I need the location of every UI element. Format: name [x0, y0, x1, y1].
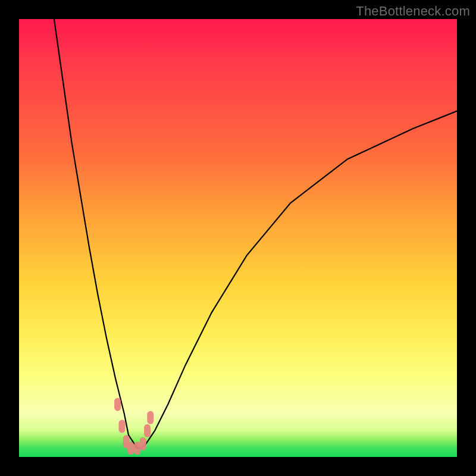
- curve-svg: [19, 19, 457, 457]
- curve-marker: [140, 437, 146, 450]
- plot-area: [19, 19, 457, 457]
- watermark-text: TheBottleneck.com: [356, 4, 470, 19]
- curve-marker: [134, 441, 140, 455]
- curve-marker: [147, 411, 154, 424]
- curve-marker: [119, 420, 126, 433]
- curve-markers: [114, 398, 154, 455]
- curve-marker: [114, 398, 121, 411]
- curve-marker: [144, 424, 151, 437]
- bottleneck-curve: [54, 19, 457, 448]
- chart-container: TheBottleneck.com: [0, 0, 476, 476]
- curve-marker: [127, 441, 134, 455]
